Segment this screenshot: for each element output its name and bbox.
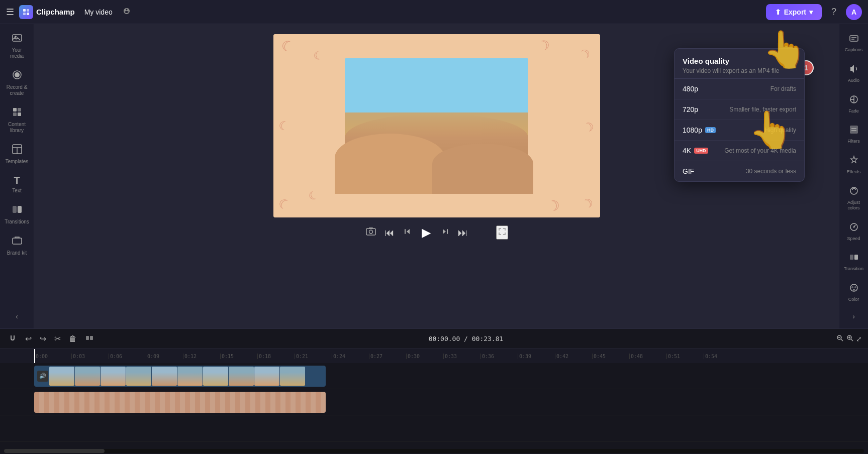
user-avatar[interactable]: A xyxy=(846,4,862,20)
sidebar-item-record[interactable]: Record & create xyxy=(3,65,31,100)
project-title[interactable]: My video xyxy=(80,7,117,18)
swirl-decoration: ☾ xyxy=(578,194,595,211)
delete-button[interactable]: 🗑 xyxy=(67,332,79,346)
export-button[interactable]: ⬆ Export ▾ xyxy=(766,4,822,20)
timeline-scrollbar[interactable] xyxy=(4,449,864,453)
svg-rect-22 xyxy=(447,229,448,234)
right-sidebar-item-effects[interactable]: Effects xyxy=(841,150,866,180)
swirl-decoration: ☾ xyxy=(536,35,552,54)
right-sidebar-item-color[interactable]: Color xyxy=(841,278,866,307)
play-button[interactable]: ▶ xyxy=(422,225,431,240)
svg-point-33 xyxy=(851,286,853,288)
sidebar-item-text[interactable]: T Text xyxy=(3,171,31,198)
help-icon[interactable]: ? xyxy=(826,4,842,20)
sidebar-item-templates[interactable]: Templates xyxy=(3,140,31,169)
svg-rect-9 xyxy=(18,108,21,111)
right-sidebar-item-transition[interactable]: Transition xyxy=(841,247,866,277)
right-sidebar-item-captions[interactable]: Captions xyxy=(841,28,866,58)
overlay-track-content[interactable] xyxy=(34,392,868,413)
right-sidebar-item-adjust[interactable]: Adjust colors xyxy=(841,181,866,216)
ruler-mark: 0:00 xyxy=(34,354,71,359)
quality-option-480p[interactable]: 480p For drafts xyxy=(674,79,804,99)
hamburger-icon[interactable]: ☰ xyxy=(6,7,14,18)
undo-button[interactable]: ↩ xyxy=(23,332,34,346)
media-icon xyxy=(12,32,23,46)
fullscreen-button[interactable] xyxy=(496,225,508,240)
current-time: 00:00.00 xyxy=(429,335,460,343)
expand-timeline-button[interactable]: ⤢ xyxy=(856,335,862,343)
magnet-tool-button[interactable] xyxy=(6,331,19,347)
right-sidebar-item-speed[interactable]: Speed xyxy=(841,217,866,247)
ruler-mark: 0:42 xyxy=(555,354,592,359)
right-sidebar-item-filters[interactable]: Filters xyxy=(841,120,866,149)
svg-point-19 xyxy=(369,230,372,234)
logo-area: Clipchamp xyxy=(19,5,75,19)
sidebar-item-label-media: Your media xyxy=(5,47,29,59)
quality-4k-desc: Get most of your 4K media xyxy=(724,147,796,154)
right-panel-collapse-button[interactable]: › xyxy=(848,308,859,324)
clip-thumbnail xyxy=(49,367,74,386)
video-track-row: 🔊 xyxy=(0,363,868,389)
svg-rect-23 xyxy=(850,36,858,41)
split-button[interactable] xyxy=(83,331,96,347)
quality-option-720p[interactable]: 720p Smaller file, faster export xyxy=(674,99,804,120)
overlay-clip-inner xyxy=(34,392,326,413)
svg-rect-21 xyxy=(405,229,406,234)
zoom-out-button[interactable] xyxy=(836,334,844,344)
overlay-track-row xyxy=(0,389,868,415)
record-icon xyxy=(12,69,23,83)
svg-rect-36 xyxy=(86,336,89,340)
zoom-in-button[interactable] xyxy=(846,334,854,344)
quality-4k-label: 4K UHD xyxy=(683,147,708,155)
skip-forward-button[interactable]: ⏭ xyxy=(458,227,468,239)
save-icon[interactable] xyxy=(122,7,131,18)
quality-gif-label: GIF xyxy=(683,167,694,175)
right-sidebar-item-fade[interactable]: Fade xyxy=(841,89,866,119)
video-clip[interactable]: 🔊 xyxy=(34,366,326,387)
swirl-decoration: ☾ xyxy=(277,118,291,134)
ruler-mark: 0:45 xyxy=(592,354,629,359)
sidebar-item-media[interactable]: Your media xyxy=(3,28,31,63)
quality-option-4k[interactable]: 4K UHD Get most of your 4K media xyxy=(674,141,804,161)
sidebar-item-brandkit[interactable]: Brand kit xyxy=(3,231,31,260)
quality-480p-label: 480p xyxy=(683,85,698,93)
swirl-decoration: ☾ xyxy=(275,195,293,214)
quality-option-gif[interactable]: GIF 30 seconds or less xyxy=(674,161,804,181)
quality-option-1080p[interactable]: 1080p HD High quality xyxy=(674,120,804,141)
sidebar-item-label-transitions: Transitions xyxy=(5,219,29,225)
screenshot-button[interactable] xyxy=(365,226,376,240)
scrollbar-thumb[interactable] xyxy=(4,449,105,453)
quality-720p-label: 720p xyxy=(683,105,698,113)
timeline-area: ↩ ↪ ✂ 🗑 00:00.00 / 00:23.81 ⤢ 0:00 0:03 … xyxy=(0,328,868,454)
rewind-button[interactable] xyxy=(403,226,414,240)
ruler-mark: 0:36 xyxy=(480,354,518,359)
skip-back-button[interactable]: ⏮ xyxy=(384,227,395,239)
svg-point-5 xyxy=(15,36,17,38)
dropdown-title: Video quality xyxy=(683,57,796,65)
svg-rect-0 xyxy=(23,9,26,12)
ruler-mark: 0:21 xyxy=(295,354,332,359)
speed-icon xyxy=(849,222,859,235)
clip-volume-icon[interactable]: 🔊 xyxy=(37,371,48,382)
playhead[interactable] xyxy=(34,349,35,363)
fast-forward-button[interactable] xyxy=(439,226,450,240)
svg-rect-31 xyxy=(854,255,858,260)
sidebar-item-label-brandkit: Brand kit xyxy=(7,250,27,256)
clip-thumbnail xyxy=(75,367,100,386)
cut-button[interactable]: ✂ xyxy=(52,332,63,346)
adjust-label: Adjust colors xyxy=(843,200,864,211)
sidebar-item-label-content: Content library xyxy=(5,122,29,134)
app-name-label: Clipchamp xyxy=(36,8,75,16)
svg-rect-18 xyxy=(366,229,375,235)
right-sidebar-item-audio[interactable]: Audio xyxy=(841,59,866,88)
sidebar-item-content[interactable]: Content library xyxy=(3,102,31,138)
sidebar-item-transitions[interactable]: Transitions xyxy=(3,200,31,229)
svg-rect-30 xyxy=(850,255,853,260)
overlay-clip[interactable] xyxy=(34,392,326,413)
audio-icon xyxy=(849,64,859,76)
video-track-content[interactable]: 🔊 xyxy=(34,366,868,387)
content-icon xyxy=(12,106,23,120)
export-chevron: ▾ xyxy=(809,8,813,16)
sidebar-collapse-button[interactable]: ‹ xyxy=(12,308,22,324)
redo-button[interactable]: ↪ xyxy=(38,332,48,346)
